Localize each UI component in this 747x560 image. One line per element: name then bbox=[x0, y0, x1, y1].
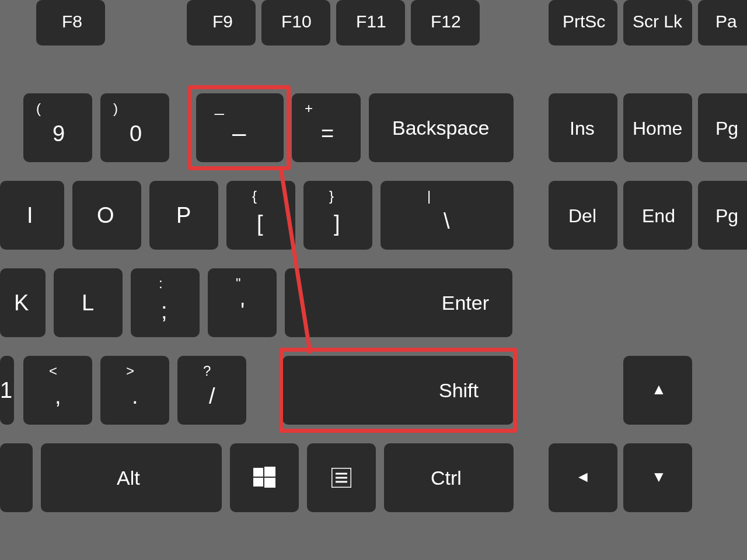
svg-rect-2 bbox=[253, 478, 263, 487]
key-label: = bbox=[321, 121, 334, 146]
key-secondary: { bbox=[252, 188, 257, 204]
key-label: , bbox=[55, 384, 61, 409]
key-space-partial[interactable] bbox=[0, 443, 33, 512]
key-backslash[interactable]: | \ bbox=[381, 181, 514, 250]
svg-rect-3 bbox=[264, 478, 275, 488]
key-f11[interactable]: F11 bbox=[336, 0, 405, 46]
key-label: . bbox=[132, 384, 138, 409]
key-label: Home bbox=[633, 118, 682, 139]
key-enter[interactable]: Enter bbox=[285, 268, 512, 337]
key-f12[interactable]: F12 bbox=[411, 0, 480, 46]
key-secondary: | bbox=[427, 188, 431, 204]
key-f8[interactable]: F8 bbox=[36, 0, 105, 46]
arrow-left-icon: ◄ bbox=[575, 468, 591, 486]
key-secondary: } bbox=[329, 188, 334, 204]
key-label: Alt bbox=[117, 467, 140, 489]
key-ins[interactable]: Ins bbox=[549, 93, 617, 162]
key-arrow-left[interactable]: ◄ bbox=[549, 443, 617, 512]
key-label: F9 bbox=[212, 12, 233, 32]
key-menu[interactable] bbox=[307, 443, 376, 512]
key-label: F10 bbox=[281, 12, 312, 32]
key-secondary: ) bbox=[113, 100, 118, 117]
key-alt[interactable]: Alt bbox=[41, 443, 222, 512]
windows-icon bbox=[253, 467, 275, 489]
key-o[interactable]: O bbox=[72, 181, 141, 250]
key-9[interactable]: ( 9 bbox=[23, 93, 92, 162]
key-label: Shift bbox=[439, 379, 479, 402]
key-l[interactable]: L bbox=[54, 268, 123, 337]
key-prtsc[interactable]: PrtSc bbox=[549, 0, 617, 46]
key-secondary: < bbox=[49, 363, 57, 379]
key-comma[interactable]: < , bbox=[23, 356, 92, 425]
key-slash[interactable]: ? / bbox=[177, 356, 246, 425]
key-ctrl[interactable]: Ctrl bbox=[384, 443, 514, 512]
key-label: Pa bbox=[715, 12, 737, 32]
svg-rect-1 bbox=[264, 467, 275, 477]
key-secondary: " bbox=[236, 275, 241, 292]
key-label: Ins bbox=[570, 118, 595, 139]
key-label: Del bbox=[568, 205, 596, 227]
key-label: Pg bbox=[715, 205, 738, 227]
key-f9[interactable]: F9 bbox=[187, 0, 256, 46]
key-equals[interactable]: + = bbox=[292, 93, 361, 162]
key-minus[interactable]: _ – bbox=[196, 93, 284, 162]
key-label: End bbox=[642, 205, 675, 227]
key-label: ; bbox=[161, 299, 167, 324]
key-label: ' bbox=[240, 299, 245, 324]
key-label: Backspace bbox=[392, 117, 489, 139]
key-label: Enter bbox=[442, 292, 489, 314]
svg-rect-0 bbox=[253, 468, 263, 477]
key-k[interactable]: K bbox=[0, 268, 46, 337]
key-label: Scr Lk bbox=[633, 12, 682, 32]
key-arrow-up[interactable]: ▲ bbox=[623, 356, 692, 425]
key-label: [ bbox=[257, 211, 263, 236]
key-label: P bbox=[176, 203, 191, 228]
key-win[interactable] bbox=[230, 443, 299, 512]
key-pgdn[interactable]: Pg bbox=[698, 181, 747, 250]
key-pause[interactable]: Pa bbox=[698, 0, 747, 46]
key-label: O bbox=[97, 203, 114, 228]
key-label: F8 bbox=[62, 12, 82, 32]
key-label: 9 bbox=[53, 121, 65, 146]
key-label: Pg bbox=[715, 118, 738, 139]
key-del[interactable]: Del bbox=[549, 181, 617, 250]
key-f10[interactable]: F10 bbox=[261, 0, 330, 46]
key-label: F11 bbox=[356, 12, 386, 32]
key-pgup[interactable]: Pg bbox=[698, 93, 747, 162]
key-quote[interactable]: " ' bbox=[208, 268, 277, 337]
key-secondary: > bbox=[126, 363, 134, 379]
key-label: 0 bbox=[130, 121, 142, 146]
key-rbracket[interactable]: } ] bbox=[303, 181, 372, 250]
key-label: PrtSc bbox=[563, 12, 605, 32]
key-label: Ctrl bbox=[431, 467, 462, 489]
key-semicolon[interactable]: : ; bbox=[131, 268, 200, 337]
key-label: / bbox=[209, 384, 215, 409]
key-end[interactable]: End bbox=[623, 181, 692, 250]
key-secondary: : bbox=[159, 275, 163, 292]
key-i[interactable]: I bbox=[0, 181, 64, 250]
key-label: F12 bbox=[431, 12, 461, 32]
menu-icon bbox=[331, 468, 351, 488]
key-secondary: ( bbox=[36, 100, 41, 117]
key-0[interactable]: ) 0 bbox=[100, 93, 169, 162]
key-1-partial[interactable]: 1 bbox=[0, 356, 14, 425]
arrow-down-icon: ▼ bbox=[651, 468, 666, 486]
key-secondary: _ bbox=[215, 97, 224, 116]
key-label: L bbox=[82, 290, 94, 316]
key-period[interactable]: > . bbox=[100, 356, 169, 425]
key-p[interactable]: P bbox=[149, 181, 218, 250]
key-label: 1 bbox=[0, 378, 12, 403]
key-shift[interactable]: Shift bbox=[282, 356, 514, 425]
key-secondary: ? bbox=[203, 363, 211, 379]
key-label: I bbox=[27, 203, 33, 228]
key-label: – bbox=[232, 119, 246, 147]
key-secondary: + bbox=[305, 100, 313, 117]
key-backspace[interactable]: Backspace bbox=[369, 93, 514, 162]
key-scrlk[interactable]: Scr Lk bbox=[623, 0, 692, 46]
key-arrow-down[interactable]: ▼ bbox=[623, 443, 692, 512]
key-label: K bbox=[14, 290, 29, 316]
arrow-up-icon: ▲ bbox=[651, 380, 666, 398]
key-home[interactable]: Home bbox=[623, 93, 692, 162]
key-label: ] bbox=[334, 211, 340, 236]
key-label: \ bbox=[444, 209, 450, 234]
